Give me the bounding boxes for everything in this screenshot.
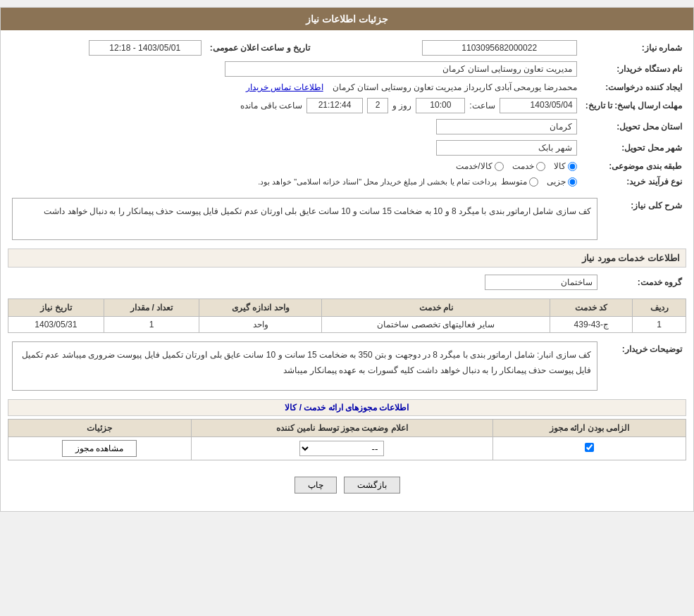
buyer-notes-table: توضیحات خریدار: کف سازی انبار: شامل ارما… [8, 339, 686, 394]
col-name: نام خدمت [322, 299, 550, 317]
category-radio-kala[interactable] [568, 162, 577, 171]
main-info-table: شماره نیاز: 1103095682000022 تاریخ و ساع… [8, 37, 686, 189]
back-button[interactable]: بازگشت [344, 477, 400, 494]
category-option-khedmat: خدمت [512, 161, 545, 171]
date-value: 1403/05/01 - 12:18 [8, 37, 206, 58]
service-row-number: 1 [633, 317, 686, 333]
service-code: ج-43-439 [550, 317, 633, 333]
license-col-required: الزامی بودن ارائه مجوز [493, 420, 686, 437]
license-details: مشاهده مجوز [8, 437, 192, 460]
category-label-kala: کالا [554, 161, 566, 171]
purchase-note: پرداخت تمام یا بخشی از مبلغ خریدار محل "… [258, 177, 497, 187]
service-date: 1403/05/31 [8, 317, 104, 333]
col-quantity: تعداد / مقدار [104, 299, 199, 317]
city-field: شهر بابک [436, 140, 577, 156]
purchase-radio-jozei[interactable] [568, 177, 577, 187]
creator-label: ایجاد کننده درخواست: [581, 80, 686, 95]
service-name: سایر فعالیتهای تخصصی ساختمان [322, 317, 550, 333]
col-code: کد خدمت [550, 299, 633, 317]
reply-time-field: 10:00 [416, 98, 465, 113]
purchase-option-motavasset: متوسط [501, 177, 538, 187]
reply-remaining-field: 21:12:44 [306, 98, 363, 113]
reply-days-field: 2 [367, 98, 388, 113]
services-section-title: اطلاعات خدمات مورد نیاز [8, 249, 686, 268]
service-unit: واحد [199, 317, 322, 333]
view-license-button[interactable]: مشاهده مجوز [62, 440, 137, 457]
creator-value: محمدرضا یورمحی آبادی کاربرداز مدیریت تعا… [333, 82, 577, 92]
category-radio-khedmat[interactable] [536, 162, 545, 171]
category-option-kala: کالا [554, 161, 577, 171]
license-status-select[interactable]: -- [299, 441, 384, 456]
page-title: جزئیات اطلاعات نیاز [306, 13, 388, 25]
need-number-value: 1103095682000022 [314, 37, 581, 58]
license-section-subtitle: اطلاعات مجوزهای ارائه خدمت / کالا [8, 399, 686, 416]
col-date: تاریخ نیاز [8, 299, 104, 317]
province-label: استان محل تحویل: [581, 116, 686, 137]
license-status: -- [191, 437, 493, 460]
need-description-table: شرح کلی نیاز: کف سازی شامل ارماتور بندی … [8, 195, 686, 243]
category-radio-kala-khedmat[interactable] [495, 162, 504, 171]
reply-days-label: روز و [392, 101, 411, 111]
need-number-field: 1103095682000022 [422, 40, 577, 56]
col-row: ردیف [633, 299, 686, 317]
buyer-name-field: مدیریت تعاون روستایی استان کرمان [225, 61, 577, 77]
license-col-details: جزئیات [8, 420, 192, 437]
need-desc-label: شرح کلی نیاز: [602, 195, 686, 243]
category-label: طبقه بندی موضوعی: [581, 158, 686, 174]
purchase-label-jozei: جزیی [547, 177, 566, 187]
creator-contact-link[interactable]: اطلاعات تماس خریدار [246, 82, 323, 92]
bottom-buttons: بازگشت چاپ [8, 466, 686, 504]
purchase-radio-group: جزیی متوسط [501, 177, 577, 187]
service-group-label: گروه خدمت: [602, 272, 686, 293]
license-col-status: اعلام وضعیت مجوز توسط نامین کننده [191, 420, 493, 437]
print-button[interactable]: چاپ [295, 477, 337, 494]
buyer-name-value: مدیریت تعاون روستایی استان کرمان [8, 58, 581, 80]
purchase-label-motavasset: متوسط [501, 177, 527, 187]
need-number-label: شماره نیاز: [581, 37, 686, 58]
buyer-notes-text: کف سازی انبار: شامل ارماتور بندی با میگر… [12, 341, 597, 391]
date-field: 1403/05/01 - 12:18 [89, 40, 202, 56]
service-group-table: گروه خدمت: ساختمان [8, 272, 686, 293]
license-checkbox[interactable] [585, 443, 594, 452]
buyer-notes-label: توضیحات خریدار: [602, 339, 686, 394]
reply-date-field: 1403/05/04 [500, 98, 577, 113]
reply-time-label: ساعت: [469, 101, 495, 111]
need-description-text: کف سازی شامل ارماتور بندی با میگرد 8 و 1… [12, 198, 597, 240]
buyer-name-label: نام دستگاه خریدار: [581, 58, 686, 80]
col-unit: واحد اندازه گیری [199, 299, 322, 317]
purchase-radio-motavasset[interactable] [529, 177, 538, 187]
category-label-kala-khedmat: کالا/خدمت [456, 161, 492, 171]
table-row: 1 ج-43-439 سایر فعالیتهای تخصصی ساختمان … [8, 317, 686, 333]
purchase-type-label: نوع فرآیند خرید: [581, 174, 686, 189]
service-group-field: ساختمان [485, 275, 597, 290]
reply-remaining-label: ساعت باقی مانده [240, 101, 302, 111]
city-label: شهر محل تحویل: [581, 137, 686, 158]
service-quantity: 1 [104, 317, 199, 333]
category-radio-group: کالا خدمت کالا/خدمت [12, 161, 577, 171]
license-required-checkbox [493, 437, 686, 460]
category-option-kala-khedmat: کالا/خدمت [456, 161, 503, 171]
page-header: جزئیات اطلاعات نیاز [1, 8, 693, 30]
province-field: کرمان [436, 119, 577, 134]
license-table-row: -- مشاهده مجوز [8, 437, 686, 460]
license-table: الزامی بودن ارائه مجوز اعلام وضعیت مجوز … [8, 419, 686, 460]
services-table: ردیف کد خدمت نام خدمت واحد اندازه گیری ت… [8, 298, 686, 333]
purchase-option-jozei: جزیی [547, 177, 577, 187]
date-label: تاریخ و ساعت اعلان عمومی: [206, 37, 314, 58]
reply-date-label: مهلت ارسال پاسخ: تا تاریخ: [581, 95, 686, 116]
category-label-khedmat: خدمت [512, 161, 534, 171]
